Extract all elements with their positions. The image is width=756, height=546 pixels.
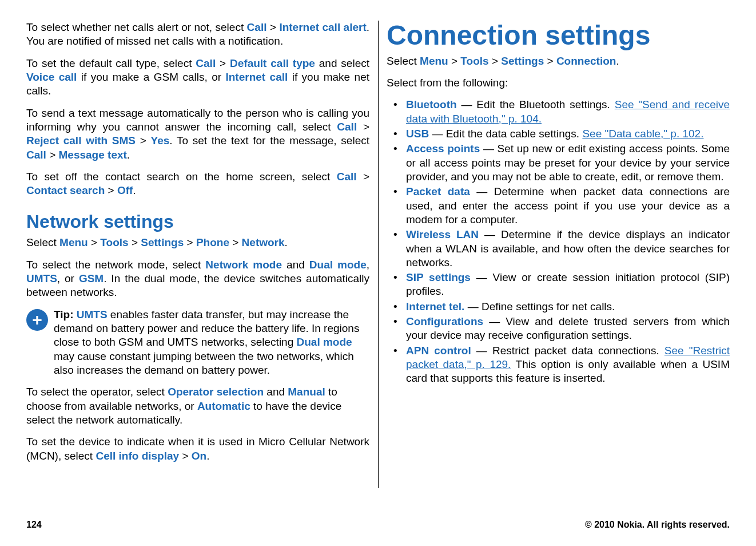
list-item: Packet data — Determine when packet data… — [387, 185, 730, 227]
text: and select — [315, 57, 369, 69]
separator: > — [129, 236, 141, 248]
ui-term-call: Call — [247, 21, 267, 33]
para-select-following: Select from the following: — [387, 76, 730, 90]
page-columns: To select whether net calls alert or not… — [0, 0, 756, 488]
list-item: APN control — Restrict packet data conne… — [387, 344, 730, 386]
para-connection-path: Select Menu > Tools > Settings > Connect… — [387, 54, 730, 68]
ui-term-yes: Yes — [151, 134, 170, 147]
page-footer: 124 © 2010 Nokia. All rights reserved. — [26, 520, 730, 530]
tip-plus-icon: + — [26, 309, 48, 331]
list-item: USB — Edit the data cable settings. See … — [387, 127, 730, 141]
heading-connection-settings: Connection settings — [387, 21, 730, 51]
text: To set off the contact search on the hom… — [26, 171, 337, 183]
separator: > — [105, 184, 117, 196]
text: . — [206, 450, 209, 462]
separator: > — [46, 149, 59, 161]
para-reject-call-sms: To send a text message automatically to … — [26, 106, 369, 162]
separator: > — [216, 57, 230, 69]
list-item: SIP settings — View or create session in… — [387, 271, 730, 299]
ui-term-call: Call — [196, 57, 216, 69]
setting-name: Packet data — [406, 185, 470, 197]
ui-term-internet-call: Internet call — [225, 71, 288, 83]
text: . — [285, 236, 288, 248]
text: may cause constant jumping between the t… — [54, 350, 354, 376]
list-item: Access points — Set up new or edit exist… — [387, 142, 730, 184]
copyright: © 2010 Nokia. All rights reserved. — [585, 520, 730, 530]
tip-box: + Tip: UMTS enables faster data transfer… — [26, 308, 369, 378]
separator: > — [136, 134, 151, 147]
separator: > — [229, 236, 242, 248]
ui-term-umts: UMTS — [26, 272, 57, 284]
ui-term-network: Network — [242, 236, 285, 248]
list-item: Internet tel. — Define settings for net … — [387, 300, 730, 314]
separator: > — [357, 171, 369, 183]
connection-settings-list: Bluetooth — Edit the Bluetooth settings.… — [387, 98, 730, 385]
para-operator-selection: To select the operator, select Operator … — [26, 385, 369, 427]
list-item: Wireless LAN — Determine if the device d… — [387, 228, 730, 270]
para-cell-info-display: To set the device to indicate when it is… — [26, 435, 369, 463]
setting-name: Configurations — [406, 315, 483, 327]
ui-term-operator-selection: Operator selection — [168, 386, 264, 398]
text: if you make a GSM calls, or — [77, 71, 225, 83]
text: To select whether net calls alert or not… — [26, 21, 247, 33]
text: , — [367, 259, 369, 271]
ui-term-reject-call-sms: Reject call with SMS — [26, 134, 136, 147]
setting-name: Bluetooth — [406, 98, 457, 110]
ui-term-off: Off — [117, 184, 133, 196]
ui-term-automatic: Automatic — [197, 400, 250, 412]
heading-network-settings: Network settings — [26, 211, 369, 232]
ui-term-call: Call — [337, 121, 357, 133]
ui-term-tools: Tools — [100, 236, 128, 248]
ui-term-umts: UMTS — [77, 308, 108, 321]
ui-term-on: On — [192, 450, 206, 462]
setting-description: — Edit the data cable settings. — [429, 128, 582, 140]
separator: > — [448, 55, 461, 67]
separator: > — [357, 121, 369, 133]
text: Select — [26, 236, 59, 248]
ui-term-menu: Menu — [59, 236, 88, 248]
ui-term-default-call-type: Default call type — [230, 57, 315, 69]
setting-name: Access points — [406, 143, 480, 155]
ui-term-dual-mode: Dual mode — [297, 336, 352, 348]
setting-name: Wireless LAN — [406, 228, 479, 240]
setting-name: APN control — [406, 345, 471, 357]
setting-description: — Restrict packet data connections. — [471, 345, 665, 357]
tip-label: Tip: — [54, 308, 73, 321]
ui-term-phone: Phone — [196, 236, 229, 248]
ui-term-dual-mode: Dual mode — [309, 259, 367, 271]
text: . To set the text for the message, selec… — [169, 134, 369, 147]
page-number: 124 — [26, 520, 42, 530]
setting-name: USB — [406, 128, 429, 140]
ui-term-network-mode: Network mode — [205, 259, 282, 271]
text: To send a text message automatically to … — [26, 107, 369, 133]
para-default-call-type: To set the default call type, select Cal… — [26, 57, 369, 98]
setting-name: SIP settings — [406, 271, 471, 283]
para-network-mode: To select the network mode, select Netwo… — [26, 258, 369, 300]
text: Select — [387, 55, 420, 67]
cross-reference-link[interactable]: See "Data cable," p. 102. — [582, 128, 703, 140]
ui-term-settings: Settings — [501, 55, 544, 67]
text: To set the default call type, select — [26, 57, 196, 69]
text: and — [282, 259, 309, 271]
ui-term-cell-info-display: Cell info display — [96, 450, 179, 462]
para-net-call-alert: To select whether net calls alert or not… — [26, 21, 369, 49]
para-contact-search: To set off the contact search on the hom… — [26, 170, 369, 198]
text: To select the network mode, select — [26, 259, 205, 271]
setting-description: — Define settings for net calls. — [464, 300, 615, 312]
list-item: Configurations — View and delete trusted… — [387, 315, 730, 343]
ui-term-settings: Settings — [141, 236, 184, 248]
list-item: Bluetooth — Edit the Bluetooth settings.… — [387, 98, 730, 126]
text: , or — [57, 272, 79, 284]
ui-term-internet-call-alert: Internet call alert — [279, 21, 366, 33]
text: . — [616, 55, 619, 67]
separator: > — [179, 450, 192, 462]
text: . — [127, 149, 130, 161]
ui-term-voice-call: Voice call — [26, 71, 77, 83]
separator: > — [489, 55, 502, 67]
separator: > — [88, 236, 101, 248]
ui-term-connection: Connection — [556, 55, 616, 67]
ui-term-menu: Menu — [420, 55, 448, 67]
text: and — [264, 386, 288, 398]
text: To select the operator, select — [26, 386, 168, 398]
text: . — [133, 184, 136, 196]
